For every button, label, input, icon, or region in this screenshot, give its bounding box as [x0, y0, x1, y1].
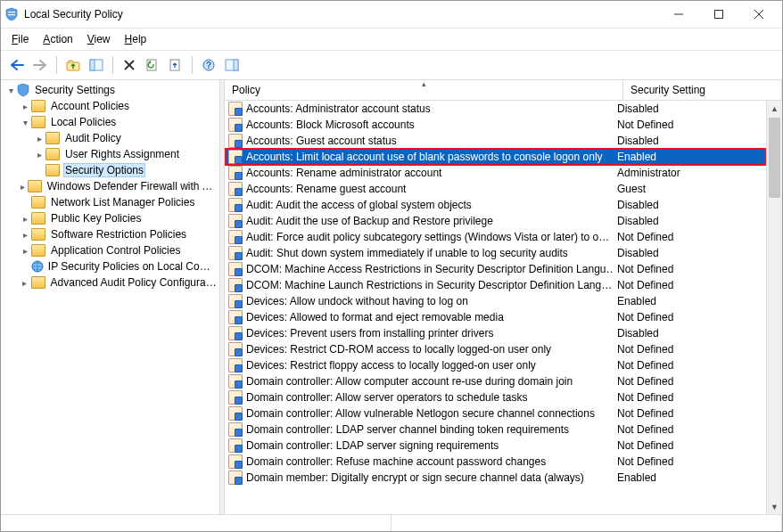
policy-row[interactable]: Domain controller: Allow computer accoun…	[225, 373, 766, 389]
policy-row[interactable]: Domain controller: LDAP server channel b…	[225, 422, 766, 438]
policy-row[interactable]: Accounts: Limit local account use of bla…	[225, 149, 766, 165]
show-hide-tree-button[interactable]	[86, 54, 107, 76]
folder-icon	[31, 244, 45, 257]
tree-item[interactable]: ▸User Rights Assignment	[1, 146, 219, 162]
tree-pane[interactable]: ▾Security Settings▸Account Policies▾Loca…	[1, 80, 219, 514]
policy-value: Not Defined	[612, 119, 766, 131]
policy-row[interactable]: Devices: Restrict CD-ROM access to local…	[225, 341, 766, 357]
policy-row[interactable]: DCOM: Machine Launch Restrictions in Sec…	[225, 277, 766, 293]
policy-row[interactable]: Devices: Prevent users from installing p…	[225, 325, 766, 341]
policy-row[interactable]: Accounts: Administrator account statusDi…	[225, 101, 766, 117]
policy-row[interactable]: Accounts: Block Microsoft accountsNot De…	[225, 117, 766, 133]
policy-row[interactable]: Accounts: Guest account statusDisabled	[225, 133, 766, 149]
tree-item[interactable]: ▸Software Restriction Policies	[1, 226, 219, 242]
expand-icon[interactable]: ▸	[19, 228, 31, 241]
policy-row[interactable]: Devices: Allowed to format and eject rem…	[225, 309, 766, 325]
tree-item[interactable]: ▸Audit Policy	[1, 130, 219, 146]
policy-value: Not Defined	[612, 455, 766, 468]
help-button[interactable]: ?	[198, 54, 219, 76]
toolbar-separator	[56, 56, 57, 74]
status-section	[1, 515, 392, 531]
policy-row[interactable]: Audit: Audit the use of Backup and Resto…	[225, 213, 766, 229]
expand-icon[interactable]: ▸	[19, 180, 28, 192]
policy-row[interactable]: Accounts: Rename administrator accountAd…	[225, 165, 766, 181]
tree-item-label: Public Key Policies	[49, 212, 143, 225]
policy-icon	[228, 230, 243, 244]
policy-row[interactable]: DCOM: Machine Access Restrictions in Sec…	[225, 261, 766, 277]
list-body[interactable]: Accounts: Administrator account statusDi…	[225, 101, 766, 514]
shield-icon	[17, 83, 29, 97]
folder-icon	[45, 132, 60, 144]
tree-item[interactable]: ▾Security Settings	[1, 82, 219, 98]
expand-icon[interactable]: ▸	[19, 100, 31, 112]
scroll-down-button[interactable]: ▼	[767, 499, 782, 514]
policy-row[interactable]: Accounts: Rename guest accountGuest	[225, 181, 766, 197]
expand-icon[interactable]: ▸	[19, 212, 31, 225]
up-button[interactable]	[62, 54, 84, 76]
export-button[interactable]	[165, 54, 186, 76]
back-button[interactable]	[6, 54, 28, 76]
menu-view[interactable]: View	[82, 32, 116, 46]
folder-icon	[31, 196, 45, 209]
expand-icon[interactable]: ▸	[19, 244, 31, 257]
tree-item[interactable]: ▸Public Key Policies	[1, 210, 219, 226]
vertical-scrollbar[interactable]: ▲ ▼	[766, 101, 782, 514]
tree-item-label: User Rights Assignment	[63, 148, 181, 160]
refresh-button[interactable]	[142, 54, 163, 76]
policy-icon	[228, 390, 243, 405]
policy-name: Domain controller: Allow server operator…	[246, 391, 527, 404]
column-policy[interactable]: Policy ▴	[225, 80, 623, 100]
tree-item[interactable]: ▸Application Control Policies	[1, 242, 219, 258]
policy-row[interactable]: Devices: Allow undock without having to …	[225, 293, 766, 309]
close-button[interactable]	[738, 1, 779, 28]
expand-spacer	[19, 196, 31, 209]
policy-row[interactable]: Domain member: Digitally encrypt or sign…	[225, 470, 766, 486]
tree-item[interactable]: ▸Advanced Audit Policy Configuration	[1, 274, 219, 291]
collapse-icon[interactable]: ▾	[4, 84, 17, 96]
tree-item[interactable]: ▾Local Policies	[1, 114, 219, 130]
expand-icon[interactable]: ▸	[33, 132, 45, 144]
forward-button[interactable]	[29, 54, 51, 76]
expand-icon[interactable]: ▸	[19, 276, 31, 289]
policy-value: Enabled	[612, 471, 766, 484]
policy-row[interactable]: Domain controller: Allow server operator…	[225, 389, 766, 405]
policy-row[interactable]: Devices: Restrict floppy access to local…	[225, 357, 766, 373]
menu-file[interactable]: File	[6, 32, 34, 46]
show-hide-action-button[interactable]	[221, 54, 243, 76]
sort-indicator-icon: ▴	[422, 79, 426, 88]
tree-item[interactable]: Security Options	[1, 162, 219, 178]
policy-row[interactable]: Domain controller: Refuse machine accoun…	[225, 454, 766, 470]
column-setting[interactable]: Security Setting	[623, 80, 782, 100]
policy-row[interactable]: Domain controller: Allow vulnerable Netl…	[225, 405, 766, 422]
delete-button[interactable]	[119, 54, 140, 76]
policy-row[interactable]: Audit: Force audit policy subcategory se…	[225, 229, 766, 245]
tree-item[interactable]: ▸Account Policies	[1, 98, 219, 114]
menu-help[interactable]: Help	[120, 32, 152, 46]
folder-icon	[45, 164, 60, 176]
policy-name: Accounts: Limit local account use of bla…	[246, 151, 603, 163]
scroll-thumb[interactable]	[769, 118, 780, 198]
policy-row[interactable]: Domain controller: LDAP server signing r…	[225, 438, 766, 454]
svg-rect-16	[234, 60, 238, 70]
policy-icon	[228, 102, 243, 116]
policy-icon	[228, 214, 243, 228]
policy-icon	[228, 118, 243, 132]
collapse-icon[interactable]: ▾	[19, 116, 31, 128]
svg-text:?: ?	[206, 61, 211, 70]
tree-item-label: Windows Defender Firewall with Advanced …	[45, 180, 219, 192]
minimize-button[interactable]	[658, 1, 698, 28]
statusbar	[1, 514, 782, 531]
tree-item[interactable]: ▸Windows Defender Firewall with Advanced…	[1, 178, 219, 194]
tree-item[interactable]: IP Security Policies on Local Computer	[1, 258, 219, 274]
tree-item-label: Security Settings	[33, 84, 117, 96]
policy-row[interactable]: Audit: Shut down system immediately if u…	[225, 245, 766, 261]
policy-row[interactable]: Audit: Audit the access of global system…	[225, 197, 766, 213]
policy-icon	[228, 294, 243, 308]
scroll-up-button[interactable]: ▲	[767, 101, 782, 116]
policy-name: Accounts: Rename administrator account	[246, 167, 441, 179]
expand-icon[interactable]: ▸	[33, 148, 45, 160]
menu-action[interactable]: Action	[37, 32, 78, 46]
tree-item[interactable]: Network List Manager Policies	[1, 194, 219, 210]
scroll-track[interactable]	[767, 116, 782, 499]
maximize-button[interactable]	[698, 1, 738, 28]
